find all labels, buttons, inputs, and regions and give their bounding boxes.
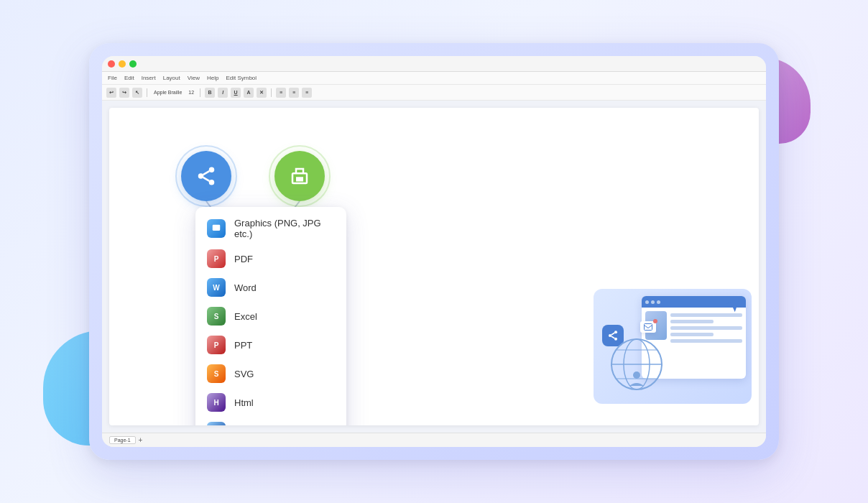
toolbar-sep-2 [200,88,200,97]
pdf-icon: P [207,249,226,268]
bold-button[interactable]: B [205,88,215,98]
redo-button[interactable]: ↪ [119,88,129,98]
svg-point-23 [633,372,640,379]
menu-insert[interactable]: Insert [142,75,156,81]
graphics-label: Graphics (PNG, JPG etc.) [234,218,335,239]
minimize-dot[interactable] [119,60,126,68]
svg-line-5 [203,177,210,181]
svg-point-4 [209,180,215,185]
editor-area: File Edit Insert Layout View Help Edit S… [102,56,766,447]
menu-item-svg[interactable]: S SVG [195,359,346,388]
pdf-label: PDF [234,254,253,264]
svg-point-3 [198,173,204,179]
export-menu: Graphics (PNG, JPG etc.) P PDF W [195,207,346,425]
excel-icon: S [207,307,226,326]
menu-item-ppt[interactable]: P PPT [195,331,346,359]
browser-dot-2 [651,300,655,304]
font-size[interactable]: 12 [187,90,195,95]
ppt-label: PPT [234,340,252,351]
align-right-button[interactable]: ≡ [302,88,312,98]
browser-line-4 [670,333,714,336]
svg-icon: S [207,364,226,383]
svg-line-16 [611,333,615,335]
align-center-button[interactable]: ≡ [289,88,299,98]
menu-file[interactable]: File [108,75,117,81]
toolbar-sep-1 [147,88,147,97]
browser-line-3 [670,326,742,330]
strikethrough-button[interactable]: ✕ [257,88,267,98]
maximize-dot[interactable] [129,60,137,68]
font-name[interactable]: Apple Braille [152,90,184,95]
undo-button[interactable]: ↩ [106,88,116,98]
menu-item-graphics[interactable]: Graphics (PNG, JPG etc.) [195,213,346,244]
editor-footer: Page-1 + [102,433,766,447]
menu-item-excel[interactable]: S Excel [195,302,346,331]
toolbar-sep-3 [271,88,272,97]
diagram-container: Graphics (PNG, JPG etc.) P PDF W [138,129,382,316]
menu-item-visio[interactable]: V Visio [195,417,346,425]
editor-menubar: File Edit Insert Layout View Help Edit S… [102,72,766,85]
menu-item-html[interactable]: H Html [195,388,346,417]
italic-button[interactable]: I [218,88,228,98]
menu-item-word[interactable]: W Word [195,273,346,302]
svg-rect-8 [296,177,303,181]
page-tab[interactable]: Page-1 [109,436,136,444]
browser-lines [670,311,742,343]
share-node[interactable] [181,151,231,201]
browser-line-1 [670,313,742,317]
notification-dot [653,319,657,323]
envelope-float [640,321,656,333]
editor-toolbar: ↩ ↪ ↖ Apple Braille 12 B I U A ✕ ≡ ≡ ≡ [102,85,766,101]
excel-label: Excel [234,311,257,322]
laptop-screen: File Edit Insert Layout View Help Edit S… [102,56,766,447]
editor-canvas: Graphics (PNG, JPG etc.) P PDF W [109,108,759,425]
cursor-button[interactable]: ↖ [132,88,142,98]
word-icon: W [207,278,226,297]
html-label: Html [234,397,254,408]
menu-view[interactable]: View [188,75,200,81]
svg-point-11 [214,226,216,228]
globe-illustration [608,336,665,393]
paper-plane-icon [725,297,741,313]
ppt-icon: P [207,336,226,354]
illustration-panel [594,289,752,404]
svg-line-6 [203,171,210,175]
underline-button[interactable]: U [231,88,241,98]
close-dot[interactable] [108,60,115,68]
font-color-button[interactable]: A [244,88,254,98]
editor-titlebar [102,56,766,72]
svg-rect-17 [645,324,652,331]
browser-dot-3 [657,300,660,304]
laptop-frame: File Edit Insert Layout View Help Edit S… [89,43,779,460]
browser-line-2 [670,320,714,323]
align-left-button[interactable]: ≡ [276,88,286,98]
menu-item-pdf[interactable]: P PDF [195,244,346,273]
print-node[interactable] [274,151,325,201]
menu-edit-symbol[interactable]: Edit Symbol [226,75,257,81]
add-page-button[interactable]: + [139,436,143,444]
illustration-inner [594,289,752,404]
graphics-icon [207,219,226,238]
word-label: Word [234,282,257,293]
svg-label: SVG [234,369,254,379]
svg-point-12 [614,331,617,333]
menu-layout[interactable]: Layout [163,75,180,81]
visio-icon: V [207,422,226,425]
menu-help[interactable]: Help [207,75,218,81]
menu-edit[interactable]: Edit [124,75,134,81]
html-icon: H [207,393,226,412]
browser-dot-1 [645,300,649,304]
browser-line-5 [670,339,742,343]
svg-point-2 [209,167,215,173]
